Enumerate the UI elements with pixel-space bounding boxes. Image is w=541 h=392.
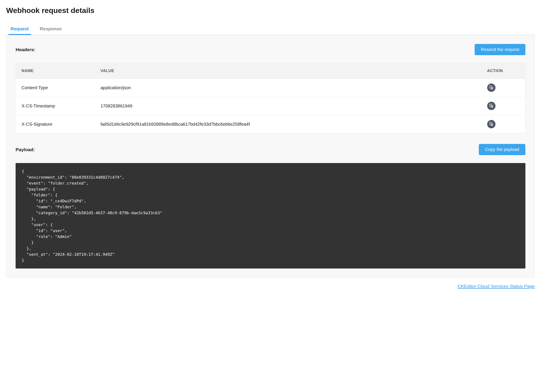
headers-section-header: Headers: Resend the request (16, 44, 525, 55)
table-row: Content-Type application/json (16, 79, 525, 97)
payload-title: Payload: (16, 147, 35, 152)
copy-icon (489, 85, 494, 90)
svg-rect-0 (491, 87, 493, 89)
headers-table: NAME VALUE ACTION Content-Type applicati… (16, 63, 525, 133)
copy-header-button[interactable] (487, 102, 495, 110)
payload-body: { "environment_id": "80e839331c4d8827c47… (16, 163, 525, 268)
footer: CKEditor Cloud Services Status Page (6, 284, 535, 289)
table-row: X-CS-Timestamp 1708283861949 (16, 97, 525, 115)
column-header-action: ACTION (481, 63, 525, 79)
svg-rect-6 (491, 124, 493, 126)
payload-section-header: Payload: Copy the payload (16, 144, 525, 155)
header-value: fa65d1d4c9e929cf91a81b92889e8ed8bca617bd… (95, 115, 481, 133)
tab-request[interactable]: Request (8, 24, 31, 35)
status-page-link[interactable]: CKEditor Cloud Services Status Page (458, 284, 535, 289)
copy-icon (489, 122, 494, 126)
content-panel: Headers: Resend the request NAME VALUE A… (6, 35, 535, 277)
column-header-name: NAME (16, 63, 95, 79)
tabs-bar: Request Response (6, 24, 535, 35)
page-title: Webhook request details (6, 6, 535, 15)
copy-header-button[interactable] (487, 120, 495, 128)
header-value: 1708283861949 (95, 97, 481, 115)
headers-title: Headers: (16, 47, 35, 52)
tab-response[interactable]: Response (38, 24, 64, 35)
header-name: Content-Type (16, 79, 95, 97)
header-value: application/json (95, 79, 481, 97)
header-name: X-CS-Timestamp (16, 97, 95, 115)
column-header-value: VALUE (95, 63, 481, 79)
svg-rect-3 (491, 105, 493, 107)
copy-header-button[interactable] (487, 84, 495, 92)
resend-request-button[interactable]: Resend the request (475, 44, 525, 55)
table-row: X-CS-Signature fa65d1d4c9e929cf91a81b928… (16, 115, 525, 133)
copy-payload-button[interactable]: Copy the payload (479, 144, 525, 155)
header-name: X-CS-Signature (16, 115, 95, 133)
copy-icon (489, 104, 494, 108)
